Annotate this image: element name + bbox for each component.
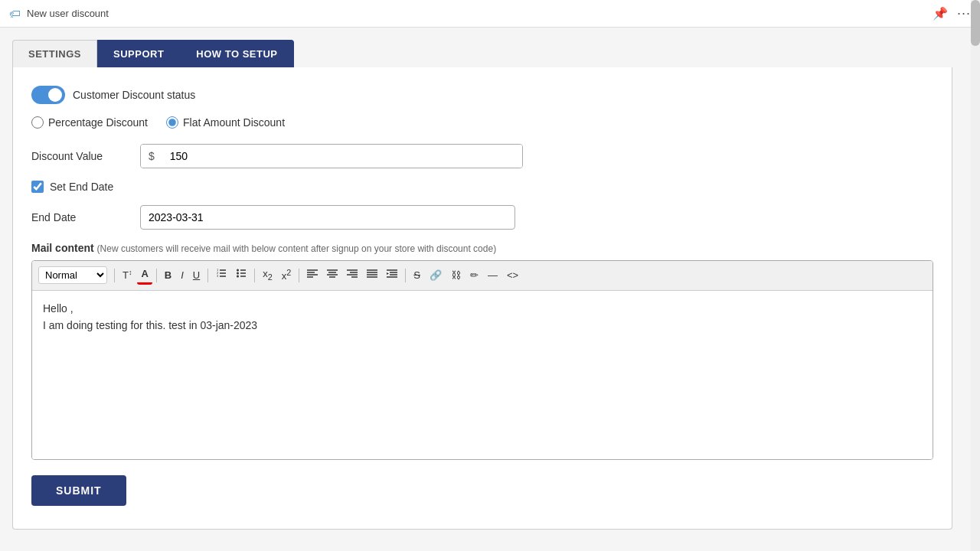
mail-content-section-label: Mail content (New customers will receive… bbox=[31, 242, 933, 254]
justify-btn[interactable] bbox=[363, 266, 381, 284]
top-bar: 🏷 New user discount 📌 ··· bbox=[0, 0, 980, 28]
set-end-date-checkbox[interactable] bbox=[31, 181, 44, 193]
toolbar-divider-4 bbox=[254, 269, 255, 282]
toolbar-divider-3 bbox=[207, 269, 208, 282]
mail-content-note: (New customers will receive mail with be… bbox=[97, 243, 497, 254]
top-bar-left: 🏷 New user discount bbox=[9, 7, 109, 20]
align-right-btn[interactable] bbox=[343, 266, 361, 284]
discount-value-input-group: $ bbox=[140, 144, 523, 168]
unordered-list-btn[interactable] bbox=[232, 266, 250, 284]
toolbar-divider-2 bbox=[156, 269, 157, 282]
top-bar-right: 📌 ··· bbox=[933, 5, 971, 21]
end-date-row: End Date bbox=[31, 205, 933, 230]
unlink-btn[interactable]: ⛓ bbox=[447, 267, 465, 284]
editor-body[interactable]: Hello , I am doing testing for this. tes… bbox=[32, 291, 933, 459]
align-center-btn[interactable] bbox=[323, 266, 341, 284]
main-content: SETTINGS SUPPORT HOW TO SETUP Customer D… bbox=[0, 28, 965, 542]
set-end-date-row: Set End Date bbox=[31, 181, 933, 193]
tab-how-to-setup[interactable]: HOW TO SETUP bbox=[180, 40, 293, 67]
customer-discount-status-row: Customer Discount status bbox=[31, 86, 933, 104]
hr-btn[interactable]: — bbox=[484, 267, 501, 284]
tab-support[interactable]: SUPPORT bbox=[97, 40, 180, 67]
mail-content-label: Mail content bbox=[31, 242, 94, 254]
discount-value-label: Discount Value bbox=[31, 150, 131, 162]
svg-text:3: 3 bbox=[217, 274, 219, 278]
end-date-input[interactable] bbox=[140, 205, 515, 230]
submit-button[interactable]: SUBMIT bbox=[31, 475, 126, 506]
underline-btn[interactable]: U bbox=[189, 267, 204, 284]
svg-point-6 bbox=[237, 269, 239, 272]
format-select[interactable]: Normal Heading 1 Heading 2 Heading 3 bbox=[38, 266, 107, 284]
svg-point-7 bbox=[237, 272, 239, 275]
bold-btn[interactable]: B bbox=[161, 267, 175, 284]
radio-percentage-label: Percentage Discount bbox=[48, 116, 148, 129]
subscript-btn[interactable]: x2 bbox=[259, 266, 276, 285]
customer-discount-status-label: Customer Discount status bbox=[73, 89, 195, 101]
tab-settings[interactable]: SETTINGS bbox=[12, 40, 97, 67]
app-title: New user discount bbox=[27, 8, 109, 19]
settings-card: Customer Discount status Percentage Disc… bbox=[12, 67, 952, 530]
scrollbar-thumb[interactable] bbox=[971, 0, 980, 46]
svg-marker-32 bbox=[387, 272, 389, 275]
discount-value-input[interactable] bbox=[162, 145, 522, 168]
editor-container: Normal Heading 1 Heading 2 Heading 3 T↕ … bbox=[31, 260, 933, 460]
toolbar-divider-1 bbox=[114, 269, 115, 282]
eraser-btn[interactable]: ✏ bbox=[466, 267, 482, 284]
editor-toolbar: Normal Heading 1 Heading 2 Heading 3 T↕ … bbox=[32, 261, 933, 291]
more-options-icon[interactable]: ··· bbox=[957, 5, 971, 21]
align-left-btn[interactable] bbox=[303, 266, 322, 284]
svg-point-8 bbox=[237, 276, 239, 278]
toolbar-divider-5 bbox=[299, 269, 299, 282]
radio-flat-label: Flat Amount Discount bbox=[183, 116, 285, 129]
app-icon: 🏷 bbox=[9, 7, 21, 20]
link-btn[interactable]: 🔗 bbox=[426, 267, 446, 284]
scrollbar-track[interactable] bbox=[971, 0, 980, 542]
currency-prefix: $ bbox=[141, 145, 162, 168]
editor-line-1: Hello , bbox=[43, 300, 922, 317]
discount-value-row: Discount Value $ bbox=[31, 144, 933, 168]
set-end-date-label: Set End Date bbox=[50, 181, 113, 193]
font-size-btn[interactable]: T↕ bbox=[119, 266, 136, 285]
superscript-btn[interactable]: x2 bbox=[278, 266, 296, 285]
source-btn[interactable]: <> bbox=[503, 267, 522, 284]
editor-line-2: I am doing testing for this. test in 03-… bbox=[43, 317, 922, 334]
ordered-list-btn[interactable]: 1 2 3 bbox=[212, 266, 230, 284]
toolbar-divider-6 bbox=[405, 269, 406, 282]
discount-type-row: Percentage Discount Flat Amount Discount bbox=[31, 116, 933, 129]
tabs: SETTINGS SUPPORT HOW TO SETUP bbox=[12, 40, 952, 67]
discount-status-toggle[interactable] bbox=[31, 86, 65, 104]
radio-percentage[interactable]: Percentage Discount bbox=[31, 116, 148, 129]
italic-btn[interactable]: I bbox=[177, 267, 188, 284]
font-color-btn[interactable]: A bbox=[137, 266, 152, 285]
pin-icon[interactable]: 📌 bbox=[933, 6, 948, 21]
indent-btn[interactable] bbox=[383, 266, 401, 284]
end-date-label: End Date bbox=[31, 211, 131, 223]
radio-flat[interactable]: Flat Amount Discount bbox=[166, 116, 285, 129]
strikethrough-btn[interactable]: S bbox=[410, 267, 424, 284]
